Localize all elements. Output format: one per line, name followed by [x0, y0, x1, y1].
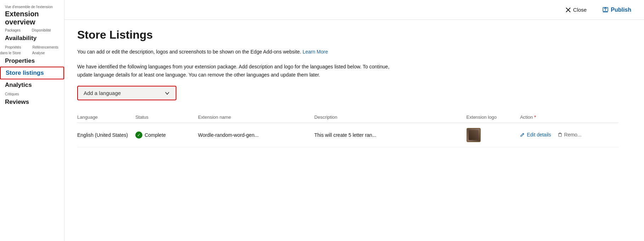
complete-check-icon: ✓ — [135, 131, 142, 139]
sidebar-label-critiques: Critiques — [0, 91, 24, 96]
sidebar-item-availability[interactable]: Availability — [0, 33, 64, 44]
sidebar: Vue d'ensemble de l'extension Extension … — [0, 0, 64, 241]
edit-details-button[interactable]: Edit details — [520, 132, 551, 138]
action-required-star: * — [534, 114, 536, 120]
add-language-label: Add a language — [84, 90, 121, 96]
col-header-language: Language — [77, 112, 135, 123]
close-icon — [565, 7, 571, 13]
status-label: Complete — [145, 132, 166, 138]
sidebar-label-proprietes: Propriétés — [0, 44, 26, 49]
cell-description: This will create 5 letter ran... — [314, 123, 466, 147]
sidebar-label-packages: Packages — [0, 27, 26, 32]
topbar: Close Publish — [64, 0, 644, 20]
extension-logo-image — [467, 129, 480, 141]
chevron-down-icon — [164, 90, 170, 96]
cell-language: English (United States) — [77, 123, 135, 147]
edit-icon — [520, 132, 525, 137]
sidebar-item-analytics[interactable]: Analytics — [0, 79, 64, 91]
cell-extension-logo — [467, 123, 520, 147]
cell-action: Edit details Remo... — [520, 123, 618, 147]
sidebar-label-analyse: Analyse — [27, 50, 50, 55]
svg-rect-6 — [559, 134, 561, 136]
page-title: Store Listings — [77, 28, 618, 41]
main-content: Close Publish Store Listings You can add… — [64, 0, 644, 241]
info-text-languages: We have identified the following languag… — [77, 63, 396, 79]
info-text-description: You can add or edit the description, log… — [77, 48, 396, 56]
cell-status: ✓ Complete — [135, 123, 198, 147]
sidebar-item-properties[interactable]: Properties — [0, 55, 64, 67]
col-header-extension-name: Extension name — [198, 112, 314, 123]
sidebar-item-reviews[interactable]: Reviews — [0, 96, 64, 108]
table-row: English (United States) ✓ Complete Wordl… — [77, 123, 618, 147]
sidebar-label-extension-overview: Vue d'ensemble de l'extension — [0, 4, 58, 9]
col-header-action: Action * — [520, 112, 618, 123]
publish-button[interactable]: Publish — [598, 5, 635, 15]
publish-icon — [602, 7, 609, 13]
col-header-status: Status — [135, 112, 198, 123]
cell-extension-name: Wordle-random-word-gen... — [198, 123, 314, 147]
sidebar-item-extension-overview[interactable]: Extension overview — [0, 9, 64, 27]
sidebar-item-store-listings[interactable]: Store listings — [0, 67, 64, 79]
col-header-description: Description — [314, 112, 466, 123]
remove-button[interactable]: Remo... — [558, 132, 582, 138]
sidebar-label-disponibilite: Disponibilité — [27, 27, 56, 32]
listings-table: Language Status Extension name Descripti… — [77, 112, 618, 147]
trash-icon — [558, 132, 563, 137]
col-header-extension-logo: Extension logo — [467, 112, 520, 123]
add-language-dropdown[interactable]: Add a language — [77, 86, 176, 100]
extension-logo-thumbnail — [467, 128, 481, 142]
close-button[interactable]: Close — [561, 5, 591, 15]
learn-more-link[interactable]: Learn More — [303, 49, 328, 55]
